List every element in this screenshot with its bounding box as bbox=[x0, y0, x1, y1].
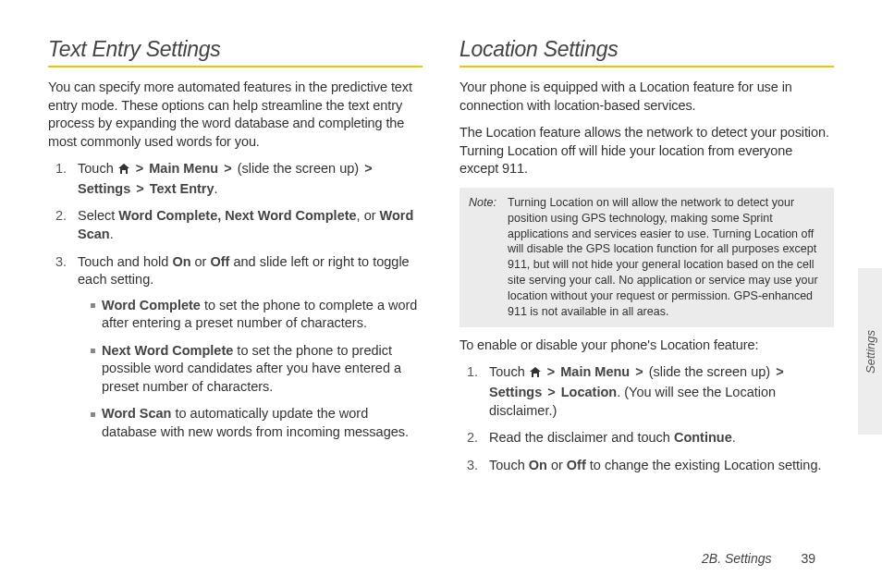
page-number: 39 bbox=[801, 551, 815, 566]
text: Touch bbox=[78, 161, 117, 176]
text: , or bbox=[357, 208, 380, 223]
side-tab-label: Settings bbox=[864, 330, 877, 374]
off-label: Off bbox=[210, 254, 229, 269]
chevron: > bbox=[134, 181, 145, 196]
label: Word Complete bbox=[102, 298, 201, 312]
text: to change the existing Location setting. bbox=[586, 458, 822, 472]
chevron: > bbox=[222, 161, 233, 176]
text: . bbox=[110, 227, 114, 241]
off-label: Off bbox=[567, 458, 586, 472]
location-label: Location bbox=[561, 385, 617, 399]
left-step-1: Touch > Main Menu > (slide the screen up… bbox=[68, 160, 423, 198]
text: . bbox=[732, 430, 736, 445]
chevron: > bbox=[134, 161, 145, 176]
chevron: > bbox=[633, 364, 644, 379]
text-entry-label: Text Entry bbox=[150, 181, 214, 196]
chevron: > bbox=[774, 364, 785, 379]
options-label: Word Complete, Next Word Complete bbox=[118, 208, 356, 223]
note-box: Note: Turning Location on will allow the… bbox=[459, 188, 834, 327]
text: or bbox=[547, 458, 567, 472]
left-step-2: Select Word Complete, Next Word Complete… bbox=[68, 207, 423, 243]
label: Next Word Complete bbox=[102, 343, 233, 358]
left-step-3: Touch and hold On or Off and slide left … bbox=[68, 253, 423, 442]
main-menu-label: Main Menu bbox=[560, 364, 630, 379]
right-intro-1: Your phone is equipped with a Location f… bbox=[459, 79, 834, 115]
text: (slide the screen up) bbox=[234, 161, 362, 176]
label: Word Scan bbox=[102, 406, 171, 421]
chevron: > bbox=[545, 385, 557, 399]
text: Select bbox=[78, 208, 118, 223]
right-step-2: Read the disclaimer and touch Continue. bbox=[480, 429, 834, 447]
left-title: Text Entry Settings bbox=[48, 37, 423, 62]
chevron: > bbox=[545, 364, 557, 379]
text: . bbox=[214, 181, 218, 196]
right-step-3: Touch On or Off to change the existing L… bbox=[480, 457, 834, 475]
side-tab: Settings bbox=[858, 268, 882, 435]
on-label: On bbox=[172, 254, 190, 269]
bullet-next-word-complete: Next Word Complete to set the phone to p… bbox=[91, 342, 423, 397]
text: Touch bbox=[489, 364, 529, 379]
on-label: On bbox=[529, 458, 547, 472]
settings-label: Settings bbox=[78, 181, 130, 196]
continue-label: Continue bbox=[674, 430, 732, 445]
text: Touch bbox=[489, 458, 529, 472]
footer-section: 2B. Settings bbox=[702, 551, 772, 566]
right-title: Location Settings bbox=[459, 37, 834, 62]
left-bullets: Word Complete to set the phone to comple… bbox=[78, 297, 423, 442]
right-steps: Touch > Main Menu > (slide the screen up… bbox=[459, 363, 834, 474]
left-steps: Touch > Main Menu > (slide the screen up… bbox=[48, 160, 423, 441]
note-text: Turning Location on will allow the netwo… bbox=[508, 195, 825, 320]
text: (slide the screen up) bbox=[645, 364, 774, 379]
left-intro: You can specify more automated features … bbox=[48, 79, 423, 151]
bullet-word-scan: Word Scan to automatically update the wo… bbox=[91, 405, 423, 441]
home-icon bbox=[529, 365, 542, 384]
main-menu-label: Main Menu bbox=[149, 161, 218, 176]
left-column: Text Entry Settings You can specify more… bbox=[48, 37, 423, 484]
home-icon bbox=[117, 162, 130, 180]
settings-label: Settings bbox=[489, 385, 542, 399]
right-column: Location Settings Your phone is equipped… bbox=[459, 37, 834, 484]
enable-text: To enable or disable your phone's Locati… bbox=[459, 337, 834, 355]
right-intro-2: The Location feature allows the network … bbox=[459, 124, 834, 178]
right-step-1: Touch > Main Menu > (slide the screen up… bbox=[480, 363, 834, 420]
page-footer: 2B. Settings 39 bbox=[702, 551, 815, 566]
title-rule bbox=[48, 66, 423, 67]
chevron: > bbox=[362, 161, 374, 176]
text: Read the disclaimer and touch bbox=[489, 430, 674, 445]
text: or bbox=[191, 254, 211, 269]
title-rule bbox=[459, 66, 834, 67]
note-label: Note: bbox=[469, 195, 508, 320]
bullet-word-complete: Word Complete to set the phone to comple… bbox=[91, 297, 423, 333]
text: Touch and hold bbox=[78, 254, 172, 269]
